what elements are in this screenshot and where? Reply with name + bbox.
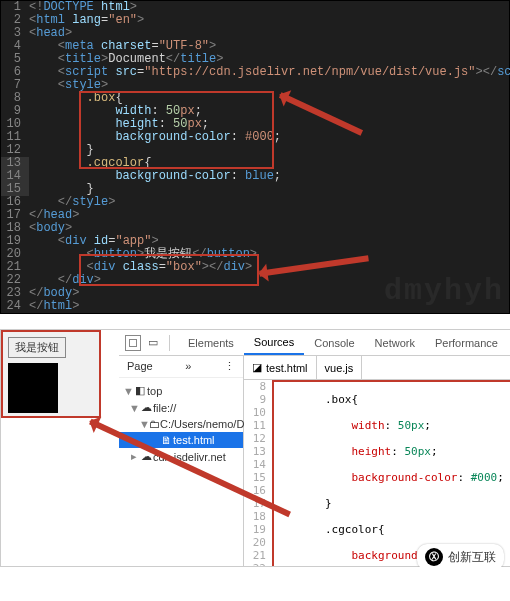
tree-file[interactable]: ▼☁file:// <box>119 399 243 416</box>
watermark-ghost: dmyhyh <box>384 274 504 308</box>
sources-main: ◪test.html vue.js 8910111213141516171819… <box>244 356 510 566</box>
button-text: 我是按钮 <box>144 247 192 261</box>
selector: .box <box>87 91 116 105</box>
device-icon[interactable]: ▭ <box>145 335 161 351</box>
file-tabs: ◪test.html vue.js <box>244 356 510 380</box>
source-gutter: 89101112131415161718192021222324 <box>244 380 272 566</box>
file-icon: ◪ <box>252 361 262 374</box>
file-tab-vue[interactable]: vue.js <box>317 356 363 379</box>
browser-preview: 我是按钮 <box>1 330 101 418</box>
script-src: "https://cdn.jsdelivr.net/npm/vue/dist/v… <box>144 65 475 79</box>
more-icon[interactable]: ⋮ <box>224 360 235 373</box>
watermark-logo-icon: Ⓧ <box>425 548 443 566</box>
tree-folder[interactable]: ▼🗀C:/Users/nemo/D <box>119 416 243 432</box>
page-label[interactable]: Page <box>127 360 153 373</box>
inspect-icon[interactable] <box>125 335 141 351</box>
devtools-toolbar: ▭ Elements Sources Console Network Perfo… <box>119 330 510 356</box>
source-code[interactable]: 89101112131415161718192021222324 .box{ w… <box>244 380 510 566</box>
tab-performance[interactable]: Performance <box>425 332 508 354</box>
code-editor[interactable]: 1<!DOCTYPE html> 2<html lang="en"> 3<hea… <box>0 0 510 314</box>
tab-network[interactable]: Network <box>365 332 425 354</box>
watermark-text: 创新互联 <box>448 549 496 566</box>
tab-console[interactable]: Console <box>304 332 364 354</box>
tab-elements[interactable]: Elements <box>178 332 244 354</box>
tree-top[interactable]: ▼◧top <box>119 382 243 399</box>
chevron-icon[interactable]: » <box>185 360 191 373</box>
rendered-box <box>8 363 58 413</box>
devtools-panel: ▭ Elements Sources Console Network Perfo… <box>119 330 510 566</box>
tab-sources[interactable]: Sources <box>244 331 304 355</box>
watermark-badge: Ⓧ 创新互联 <box>417 544 504 567</box>
file-tab-test[interactable]: ◪test.html <box>244 356 317 379</box>
file-tree: ▼◧top ▼☁file:// ▼🗀C:/Users/nemo/D 🗎test.… <box>119 378 243 469</box>
rendered-button[interactable]: 我是按钮 <box>8 337 66 358</box>
line-number: 24 <box>1 300 29 313</box>
title-text: Document <box>108 52 166 66</box>
lower-panel: 我是按钮 ▭ Elements Sources Console Network … <box>0 329 510 567</box>
